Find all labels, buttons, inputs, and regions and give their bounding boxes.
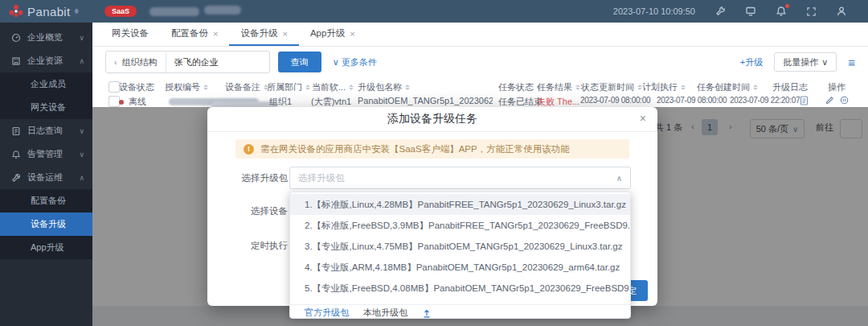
dialog-title: 添加设备升级任务 <box>387 112 477 126</box>
sidebar-item-label: App升级 <box>31 241 64 254</box>
sidebar-item-enterprise-overview[interactable]: 企业概览 ∨ <box>0 26 92 49</box>
user-icon[interactable] <box>836 6 847 17</box>
sidebar-item-device-upgrade[interactable]: 设备升级 <box>0 213 92 236</box>
stop-task-icon[interactable] <box>840 96 849 105</box>
sort-icon[interactable] <box>203 85 208 90</box>
header-actions: 2023-07-10 10:09:50 <box>613 6 868 17</box>
fullscreen-icon[interactable] <box>806 6 817 17</box>
sidebar-item-gateway-devices[interactable]: 网关设备 <box>0 96 92 119</box>
sidebar: 企业概览 ∨ 企业资源 ∧ 企业成员 网关设备 日志查询 ∨ 告警管理 ∨ 设备… <box>0 23 92 326</box>
tools-icon[interactable] <box>714 6 726 17</box>
select-all-checkbox[interactable] <box>108 81 120 93</box>
brand-name: Panabit <box>27 5 71 19</box>
tab-label: App升级 <box>310 27 345 39</box>
org-structure-label: 组织结构 <box>122 56 158 68</box>
col-license-no[interactable]: 授权编号 <box>165 81 208 93</box>
official-packages-tab[interactable]: 官方升级包 <box>305 307 349 319</box>
col-package-name[interactable]: 升级包名称 <box>358 81 410 93</box>
dropdown-option[interactable]: 5.【专业版,FreeBSD,4.08MB】PanabitOEM_TANGr5p… <box>290 278 630 299</box>
dropdown-option[interactable]: 4.【专业版,ARM,4.18MB】PanabitOEM_TANGr5p1_20… <box>290 257 630 278</box>
chevron-down-icon: ∨ <box>333 57 339 68</box>
col-department[interactable]: 所属部门 <box>267 81 310 93</box>
wrench-icon <box>11 173 21 183</box>
sidebar-item-config-backup[interactable]: 配置备份 <box>0 189 92 213</box>
sort-icon[interactable] <box>681 85 686 90</box>
sort-icon[interactable] <box>753 85 758 90</box>
sidebar-item-alarm-management[interactable]: 告警管理 ∨ <box>0 142 92 166</box>
bell-icon[interactable] <box>776 6 787 17</box>
col-device-remark[interactable]: 设备备注 <box>225 81 268 93</box>
org-structure-button[interactable]: ‹ 组织结构 <box>106 56 166 68</box>
monitor-icon[interactable] <box>745 6 756 17</box>
alarm-bell-icon <box>11 150 21 159</box>
chevron-down-icon: ∨ <box>79 151 84 159</box>
dropdown-option[interactable]: 3.【专业版,Linux,4.75MB】PanabitOEM_TANGr5p1_… <box>290 236 630 257</box>
col-created-time[interactable]: 任务创建时间 <box>697 81 758 93</box>
brand-logo: Panabit ® <box>0 3 92 19</box>
field-label-select-package: 选择升级包 <box>235 172 288 184</box>
created-time-cell: 2023-07-09 22:20:07 <box>730 96 800 105</box>
task-result-cell: 失败 The... <box>537 96 579 108</box>
sidebar-item-label: 企业资源 <box>27 55 63 67</box>
app-window: Panabit ® SaaS 2023-07-10 10:09:50 <box>0 0 868 326</box>
dropdown-option[interactable]: 6.【网吧版,Linux,4.52MB】PanabitWB_TANGr5p1_2… <box>290 299 630 304</box>
edit-icon[interactable] <box>825 96 834 105</box>
upgrade-log-icon[interactable] <box>800 96 809 105</box>
row-checkbox[interactable] <box>108 96 120 107</box>
close-icon[interactable]: × <box>350 29 354 39</box>
warning-banner: ! 需在网关设备的应用商店中安装【SaaS客户端】APP，方能正常使用该功能 <box>235 139 629 159</box>
chevron-down-icon: ∨ <box>79 127 84 135</box>
tab-device-upgrade[interactable]: 设备升级 × <box>229 23 298 46</box>
dialog-header: 添加设备升级任务 × <box>207 107 657 132</box>
chevron-down-icon: ∨ <box>79 34 84 42</box>
upgrade-package-select[interactable]: 选择升级包 ∧ <box>289 167 631 189</box>
sidebar-item-app-upgrade[interactable]: App升级 <box>0 236 92 259</box>
brand-registered-mark: ® <box>75 9 79 14</box>
tab-app-upgrade[interactable]: App升级 × <box>299 23 366 46</box>
dropdown-option[interactable]: 2.【标准版,FreeBSD,3.9MB】PanabitFREE_TANGr5p… <box>290 215 630 236</box>
dropdown-option[interactable]: 1.【标准版,Linux,4.28MB】PanabitFREE_TANGr5p1… <box>290 194 630 215</box>
close-icon[interactable]: × <box>282 29 287 39</box>
panabit-flower-icon <box>8 3 24 19</box>
chevron-up-icon: ∧ <box>79 57 84 65</box>
toolbar: ‹ 组织结构 查询 ∨ 更多条件 +升级 批量操作 ∨ ≡ <box>92 47 868 77</box>
sort-icon[interactable] <box>405 85 410 90</box>
col-actions: 操作 <box>828 81 845 93</box>
more-filters-link[interactable]: ∨ 更多条件 <box>333 56 377 68</box>
close-icon[interactable]: × <box>640 113 646 124</box>
col-planned-time[interactable]: 计划执行 <box>642 81 686 93</box>
tab-bar: 网关设备 配置备份 × 设备升级 × App升级 × <box>92 23 868 47</box>
dropdown-footer: 官方升级包 本地升级包 <box>290 304 630 319</box>
sort-icon[interactable] <box>305 85 310 90</box>
tab-config-backup[interactable]: 配置备份 × <box>160 23 229 46</box>
sidebar-item-enterprise-resources[interactable]: 企业资源 ∧ <box>0 49 92 72</box>
sort-icon[interactable] <box>349 85 354 90</box>
col-status-update-time[interactable]: 状态更新时间 <box>581 81 642 93</box>
sidebar-item-label: 告警管理 <box>27 148 63 160</box>
chevron-down-icon: ∨ <box>821 57 828 68</box>
sidebar-item-log-query[interactable]: 日志查询 ∨ <box>0 119 92 142</box>
org-search-input[interactable] <box>166 57 269 67</box>
upgrade-package-dropdown: 1.【标准版,Linux,4.28MB】PanabitFREE_TANGr5p1… <box>289 192 631 319</box>
tab-label: 配置备份 <box>171 27 208 39</box>
close-icon[interactable]: × <box>213 29 218 39</box>
notification-badge <box>785 4 789 8</box>
search-button[interactable]: 查询 <box>278 52 321 72</box>
sidebar-item-enterprise-members[interactable]: 企业成员 <box>0 72 92 96</box>
field-label-select-device: 选择设备 <box>235 205 288 217</box>
offline-status-dot <box>119 100 124 105</box>
current-software-cell: (大雲)vtn1 <box>311 96 351 108</box>
col-upgrade-log: 升级日志 <box>772 81 808 93</box>
col-current-software[interactable]: 当前软... <box>312 81 354 93</box>
col-task-status[interactable]: 任务状态 <box>498 81 542 93</box>
sidebar-item-device-ops[interactable]: 设备运维 ∧ <box>0 166 92 189</box>
upload-icon[interactable] <box>422 308 432 318</box>
batch-operations-label: 批量操作 <box>783 56 818 68</box>
column-settings-icon[interactable]: ≡ <box>848 56 855 68</box>
batch-operations-button[interactable]: 批量操作 ∨ <box>774 52 837 72</box>
col-task-result[interactable]: 任务结果 <box>537 81 580 93</box>
sort-icon[interactable] <box>575 85 580 90</box>
tab-gateway-devices[interactable]: 网关设备 <box>100 23 160 46</box>
local-packages-tab[interactable]: 本地升级包 <box>363 307 407 319</box>
add-upgrade-button[interactable]: +升级 <box>740 56 763 68</box>
